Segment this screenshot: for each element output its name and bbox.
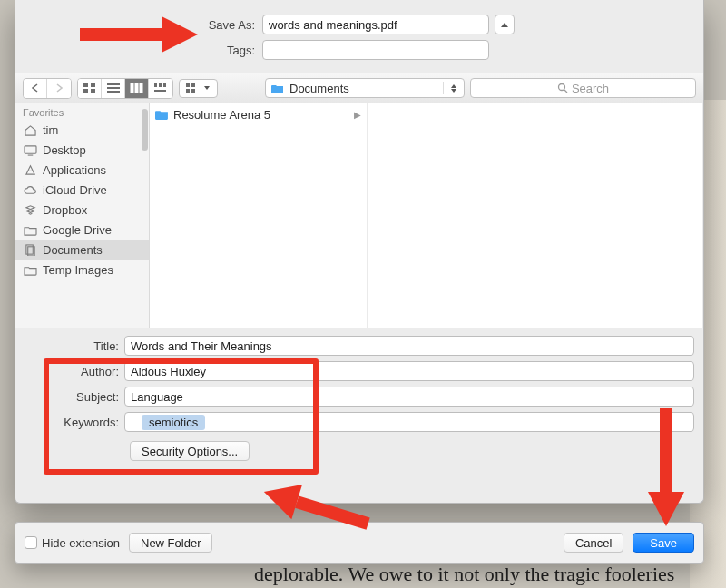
chevron-up-icon bbox=[501, 23, 508, 27]
sidebar-item-label: Applications bbox=[43, 163, 106, 177]
search-placeholder: Search bbox=[572, 82, 609, 95]
desktop-icon bbox=[23, 143, 37, 156]
browser-column-3[interactable] bbox=[535, 103, 703, 328]
tags-label: Tags: bbox=[25, 44, 262, 57]
background-document-line: deplorable. We owe to it not only the tr… bbox=[0, 563, 726, 586]
checkbox-icon bbox=[25, 536, 37, 549]
sidebar-item-label: Documents bbox=[43, 243, 103, 257]
svg-rect-7 bbox=[131, 83, 133, 93]
search-field[interactable]: Search bbox=[470, 78, 696, 98]
location-popup[interactable]: Documents bbox=[265, 78, 465, 98]
group-by-button[interactable] bbox=[179, 79, 218, 98]
search-icon bbox=[557, 83, 568, 93]
title-label: Title: bbox=[25, 339, 119, 353]
keyword-token[interactable]: semiotics bbox=[142, 415, 205, 430]
tags-input[interactable] bbox=[262, 40, 489, 60]
sidebar-item-label: Temp Images bbox=[43, 263, 113, 277]
column-view-button[interactable] bbox=[125, 79, 149, 98]
bottom-bar: Hide extension New Folder Cancel Save bbox=[15, 522, 704, 564]
folder-icon bbox=[271, 83, 284, 93]
finder-toolbar: Documents Search bbox=[15, 73, 703, 103]
sidebar-header: Favorites bbox=[15, 103, 149, 120]
pdf-metadata-area: Title: Author: Subject: Keywords: semiot… bbox=[15, 328, 703, 466]
folder-icon bbox=[23, 263, 37, 276]
browser-column-2[interactable] bbox=[368, 103, 535, 328]
disclosure-arrow-icon: ▶ bbox=[354, 110, 361, 120]
svg-rect-10 bbox=[154, 83, 157, 87]
sidebar-item-label: iCloud Drive bbox=[43, 183, 107, 197]
coverflow-view-button[interactable] bbox=[149, 79, 172, 98]
svg-rect-11 bbox=[159, 83, 162, 87]
author-label: Author: bbox=[25, 365, 119, 378]
svg-point-18 bbox=[558, 84, 564, 91]
list-view-button[interactable] bbox=[102, 79, 125, 98]
save-sheet: Save As: Tags: bbox=[15, 0, 704, 504]
icon-view-button[interactable] bbox=[78, 79, 102, 98]
save-as-label: Save As: bbox=[25, 18, 262, 32]
cancel-button[interactable]: Cancel bbox=[564, 533, 623, 553]
view-mode-segment bbox=[77, 78, 173, 99]
svg-rect-13 bbox=[154, 90, 166, 92]
folder-entry[interactable]: Resolume Arena 5 ▶ bbox=[150, 105, 367, 123]
updown-icon bbox=[449, 84, 458, 93]
svg-rect-14 bbox=[186, 83, 190, 87]
sidebar-item-label: Google Drive bbox=[43, 223, 112, 237]
sidebar-scrollbar[interactable] bbox=[142, 109, 148, 151]
author-input[interactable] bbox=[124, 361, 694, 381]
sidebar-item-tim[interactable]: tim bbox=[15, 120, 149, 140]
browser-column-1[interactable]: Resolume Arena 5 ▶ bbox=[150, 103, 368, 328]
save-button[interactable]: Save bbox=[633, 533, 694, 553]
title-input[interactable] bbox=[124, 336, 694, 356]
sidebar-item-label: Desktop bbox=[43, 143, 86, 157]
sidebar-item-desktop[interactable]: Desktop bbox=[15, 140, 149, 160]
svg-rect-9 bbox=[140, 83, 142, 93]
svg-rect-5 bbox=[107, 87, 120, 89]
applications-icon bbox=[23, 163, 37, 176]
back-button[interactable] bbox=[24, 79, 47, 98]
keywords-label: Keywords: bbox=[25, 416, 119, 429]
svg-rect-15 bbox=[191, 83, 195, 87]
sidebar-item-icloud[interactable]: iCloud Drive bbox=[15, 180, 149, 200]
hide-extension-checkbox[interactable]: Hide extension bbox=[25, 536, 120, 550]
new-folder-button[interactable]: New Folder bbox=[129, 533, 212, 553]
home-icon bbox=[23, 123, 37, 136]
svg-rect-16 bbox=[186, 89, 190, 93]
svg-rect-0 bbox=[83, 83, 88, 87]
folder-icon bbox=[155, 109, 169, 120]
sidebar-item-label: Dropbox bbox=[43, 203, 87, 217]
sidebar-item-dropbox[interactable]: Dropbox bbox=[15, 200, 149, 220]
sidebar-item-applications[interactable]: Applications bbox=[15, 160, 149, 180]
file-browser: Favorites tim Desktop Applications iClou… bbox=[15, 103, 703, 328]
sidebar: Favorites tim Desktop Applications iClou… bbox=[15, 103, 150, 328]
save-as-input[interactable] bbox=[262, 15, 489, 34]
subject-input[interactable] bbox=[124, 387, 694, 407]
svg-rect-1 bbox=[91, 83, 95, 87]
svg-rect-20 bbox=[25, 145, 36, 152]
documents-icon bbox=[23, 243, 37, 256]
forward-button[interactable] bbox=[47, 79, 71, 98]
dropbox-icon bbox=[23, 203, 37, 216]
cloud-icon bbox=[23, 183, 37, 196]
subject-label: Subject: bbox=[25, 390, 119, 404]
hide-extension-label: Hide extension bbox=[42, 536, 120, 550]
location-label: Documents bbox=[289, 82, 349, 95]
svg-rect-8 bbox=[135, 83, 138, 93]
svg-rect-4 bbox=[107, 83, 120, 85]
svg-rect-12 bbox=[163, 83, 166, 87]
svg-rect-2 bbox=[83, 89, 88, 93]
sidebar-item-googledrive[interactable]: Google Drive bbox=[15, 220, 149, 240]
folder-icon bbox=[23, 223, 37, 236]
svg-rect-6 bbox=[107, 91, 120, 93]
save-as-area: Save As: Tags: bbox=[15, 0, 703, 73]
collapse-button[interactable] bbox=[495, 15, 515, 34]
sidebar-item-documents[interactable]: Documents bbox=[15, 240, 149, 260]
nav-back-forward bbox=[23, 78, 72, 99]
svg-line-19 bbox=[564, 90, 567, 93]
svg-rect-17 bbox=[191, 89, 195, 93]
sidebar-item-label: tim bbox=[43, 123, 58, 137]
security-options-button[interactable]: Security Options... bbox=[130, 441, 250, 461]
sidebar-item-tempimages[interactable]: Temp Images bbox=[15, 260, 149, 279]
keywords-input[interactable]: semiotics bbox=[124, 412, 694, 432]
entry-label: Resolume Arena 5 bbox=[173, 108, 270, 122]
svg-rect-3 bbox=[91, 89, 95, 93]
